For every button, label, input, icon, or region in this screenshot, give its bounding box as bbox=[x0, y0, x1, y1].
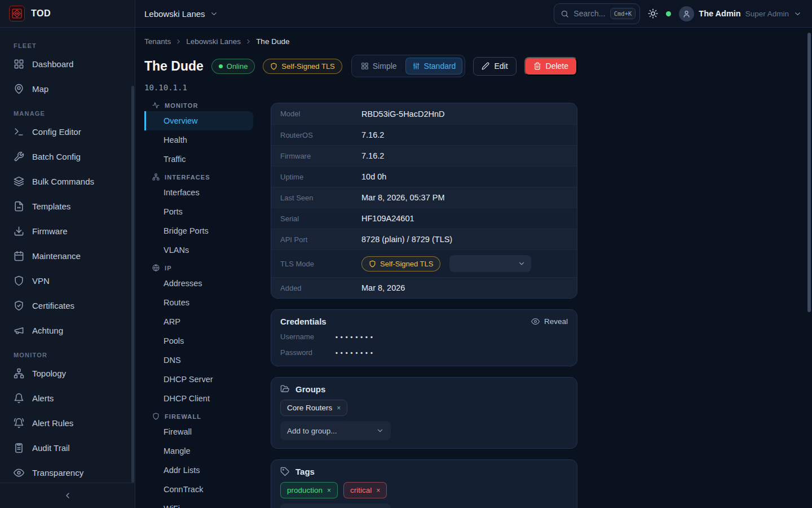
remove-tag-icon[interactable]: × bbox=[327, 487, 331, 494]
edit-button[interactable]: Edit bbox=[473, 57, 516, 76]
remove-group-icon[interactable]: × bbox=[337, 404, 341, 412]
breadcrumb-tenant[interactable]: Lebowski Lanes bbox=[186, 37, 241, 46]
subnav-item-dhcp-client[interactable]: DHCP Client bbox=[144, 389, 253, 408]
sidebar-item-topology[interactable]: Topology bbox=[7, 361, 128, 386]
sidebar-scrollbar[interactable] bbox=[131, 86, 134, 483]
sidebar-item-achtung[interactable]: Achtung bbox=[7, 318, 128, 343]
sidebar-item-label: Topology bbox=[32, 369, 66, 378]
sidebar-item-label: Bulk Commands bbox=[32, 177, 94, 186]
subnav-item-arp[interactable]: ARP bbox=[144, 312, 253, 331]
tls-mode-badge: Self-Signed TLS bbox=[361, 256, 440, 271]
sidebar-item-config-editor[interactable]: Config Editor bbox=[7, 119, 128, 144]
subnav-item-health[interactable]: Health bbox=[144, 130, 253, 150]
edit-button-label: Edit bbox=[494, 62, 508, 71]
remove-tag-icon[interactable]: × bbox=[376, 487, 380, 494]
subnav-item-pools[interactable]: Pools bbox=[144, 331, 253, 351]
sidebar-item-alerts[interactable]: Alerts bbox=[7, 386, 128, 410]
subnav-item-interfaces[interactable]: Interfaces bbox=[144, 183, 253, 202]
groups-card: Groups Core Routers × Add to group... bbox=[271, 377, 577, 449]
tag-chip-critical: critical × bbox=[343, 482, 387, 498]
online-dot-icon bbox=[219, 64, 223, 68]
main-scrollbar[interactable] bbox=[807, 33, 811, 312]
topbar-right: Search... Cmd+K The Admin Super Admin bbox=[554, 3, 802, 24]
subnav-item-dhcp-server[interactable]: DHCP Server bbox=[144, 370, 253, 389]
credentials-title: Credentials bbox=[280, 317, 326, 326]
credential-row-username: Username •••••••• bbox=[280, 331, 568, 342]
subnav-item-traffic[interactable]: Traffic bbox=[144, 150, 253, 169]
theme-toggle-button[interactable] bbox=[648, 8, 658, 19]
masked-username: •••••••• bbox=[336, 334, 376, 340]
subnav-item-addr-lists[interactable]: Addr Lists bbox=[144, 461, 253, 480]
sidebar-item-label: Alert Rules bbox=[32, 418, 73, 428]
tags-title: Tags bbox=[295, 467, 315, 476]
subnav-item-wifi[interactable]: WiFi bbox=[144, 499, 253, 508]
user-menu[interactable]: The Admin Super Admin bbox=[679, 6, 802, 21]
breadcrumb-tenants[interactable]: Tenants bbox=[144, 37, 171, 46]
add-group-select[interactable]: Add to group... bbox=[280, 421, 391, 440]
tag-icon bbox=[280, 467, 290, 476]
reveal-button[interactable]: Reveal bbox=[531, 317, 568, 326]
sidebar-item-label: Map bbox=[32, 84, 48, 94]
search-icon bbox=[561, 10, 569, 18]
sidebar-item-label: Achtung bbox=[32, 326, 63, 335]
subnav-item-bridge-ports[interactable]: Bridge Ports bbox=[144, 221, 253, 240]
sidebar-item-transparency[interactable]: Transparency bbox=[7, 460, 128, 483]
sidebar-item-audit-trail[interactable]: Audit Trail bbox=[7, 435, 128, 460]
subnav-item-routes[interactable]: Routes bbox=[144, 293, 253, 312]
shield-check-icon bbox=[14, 300, 24, 311]
tenant-selector[interactable]: Lebowski Lanes bbox=[144, 9, 218, 19]
sidebar-item-bulk-commands[interactable]: Bulk Commands bbox=[7, 169, 128, 194]
sidebar-item-firmware[interactable]: Firmware bbox=[7, 218, 128, 243]
add-tag-select[interactable]: Add tag... bbox=[280, 503, 391, 508]
sidebar-item-map[interactable]: Map bbox=[7, 76, 128, 101]
sidebar-collapse-button[interactable] bbox=[0, 483, 135, 508]
sidebar-item-maintenance[interactable]: Maintenance bbox=[7, 243, 128, 268]
detail-cards: Model RBD53iG-5HacD2HnD RouterOS 7.16.2 … bbox=[271, 103, 577, 508]
search-placeholder: Search... bbox=[573, 9, 605, 18]
subnav-item-firewall[interactable]: Firewall bbox=[144, 422, 253, 441]
credentials-header: Credentials Reveal bbox=[280, 317, 568, 326]
shield-icon bbox=[152, 413, 160, 420]
sidebar-item-alert-rules[interactable]: Alert Rules bbox=[7, 410, 128, 435]
tags-card: Tags production × critical × bbox=[271, 459, 577, 508]
sidebar-item-dashboard[interactable]: Dashboard bbox=[7, 51, 128, 76]
sidebar-item-certificates[interactable]: Certificates bbox=[7, 293, 128, 318]
sidebar-item-label: Certificates bbox=[32, 301, 74, 310]
subnav-item-mangle[interactable]: Mangle bbox=[144, 441, 253, 461]
subnav-section-interfaces: INTERFACES bbox=[144, 173, 253, 181]
detail-row-model: Model RBD53iG-5HacD2HnD bbox=[271, 103, 577, 124]
tls-mode-select[interactable] bbox=[449, 255, 531, 272]
tenant-name: Lebowski Lanes bbox=[144, 9, 205, 19]
trash-icon bbox=[533, 62, 541, 70]
detail-row-added: Added Mar 8, 2026 bbox=[271, 277, 577, 298]
subnav-item-dns[interactable]: DNS bbox=[144, 351, 253, 370]
subnav-section-ip: IP bbox=[144, 264, 253, 271]
subnav-item-vlans[interactable]: VLANs bbox=[144, 240, 253, 260]
wrench-icon bbox=[14, 151, 24, 162]
reveal-button-label: Reveal bbox=[544, 317, 568, 326]
clipboard-icon bbox=[14, 443, 24, 453]
sidebar-section-fleet: FLEET bbox=[14, 42, 121, 49]
chevron-down-icon bbox=[376, 427, 384, 435]
chevron-down-icon bbox=[793, 10, 802, 18]
folder-icon bbox=[280, 384, 290, 394]
sidebar-item-templates[interactable]: Templates bbox=[7, 194, 128, 218]
status-badge-label: Online bbox=[227, 62, 248, 71]
delete-button[interactable]: Delete bbox=[524, 57, 577, 76]
view-simple-button[interactable]: Simple bbox=[354, 58, 404, 75]
subnav-item-ports[interactable]: Ports bbox=[144, 202, 253, 221]
device-subnav: MONITOR Overview Health Traffic INTERFAC… bbox=[144, 97, 253, 508]
subnav-item-overview[interactable]: Overview bbox=[144, 111, 253, 130]
subnav-item-addresses[interactable]: Addresses bbox=[144, 274, 253, 293]
subnav-item-conntrack[interactable]: ConnTrack bbox=[144, 480, 253, 499]
view-standard-button[interactable]: Standard bbox=[405, 58, 463, 75]
subnav-section-firewall: FIREWALL bbox=[144, 413, 253, 420]
page-title: The Dude bbox=[144, 59, 204, 74]
app-root: TOD FLEET Dashboard Map MANAGE Config Ed… bbox=[0, 0, 812, 508]
network-icon bbox=[152, 173, 160, 181]
sidebar-item-batch-config[interactable]: Batch Config bbox=[7, 144, 128, 169]
chevron-down-icon bbox=[518, 260, 526, 268]
search-input[interactable]: Search... Cmd+K bbox=[554, 3, 640, 24]
sidebar-item-vpn[interactable]: VPN bbox=[7, 268, 128, 293]
sidebar-section-monitor: MONITOR bbox=[14, 352, 121, 358]
